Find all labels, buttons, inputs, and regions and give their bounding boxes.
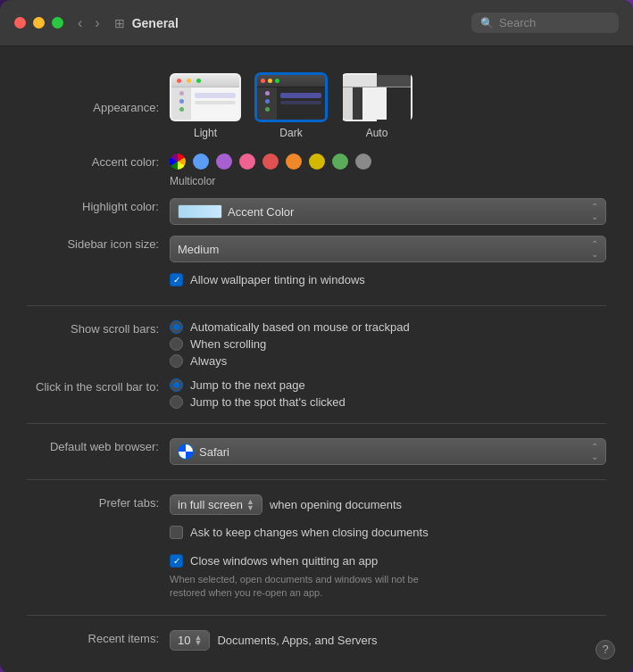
close-windows-checkbox-box: ✓ [170, 554, 183, 568]
dark-thumb-bar [257, 75, 325, 87]
zoom-button[interactable] [52, 17, 63, 29]
ask-keep-checkbox-box [170, 526, 183, 539]
show-scroll-bars-label: Show scroll bars: [27, 320, 170, 336]
separator-2 [27, 423, 606, 424]
highlight-color-row: Highlight color: Accent Color ⌃⌄ [0, 193, 633, 230]
prefer-tabs-dropdown[interactable]: in full screen ▲ ▼ [170, 494, 262, 515]
highlight-color-control: Accent Color ⌃⌄ [170, 198, 606, 225]
sidebar-size-dropdown[interactable]: Medium ⌃⌄ [170, 236, 606, 262]
accent-yellow[interactable] [309, 153, 325, 170]
highlight-color-value: Accent Color [228, 205, 586, 219]
ask-keep-checkbox[interactable]: Ask to keep changes when closing documen… [170, 526, 606, 539]
recent-items-label: Recent items: [27, 630, 170, 645]
prefer-tabs-label: Prefer tabs: [27, 494, 170, 510]
safari-icon [178, 444, 194, 460]
scroll-always-option[interactable]: Always [170, 354, 606, 368]
browser-value: Safari [199, 445, 586, 459]
scroll-scrolling-radio [170, 337, 183, 351]
red-dot [261, 79, 265, 83]
click-spot-option[interactable]: Jump to the spot that's clicked [170, 395, 606, 409]
red-dot [177, 79, 181, 83]
sidebar-icon-size-label: Sidebar icon size: [27, 236, 170, 251]
wallpaper-checkbox[interactable]: ✓ Allow wallpaper tinting in windows [170, 273, 606, 286]
wallpaper-checkbox-label: Allow wallpaper tinting in windows [190, 273, 365, 286]
accent-purple[interactable] [216, 153, 232, 170]
light-thumb-bar [171, 75, 239, 87]
recent-items-inline: 10 ▲ ▼ Documents, Apps, and Servers [170, 630, 606, 651]
close-checkmark: ✓ [173, 557, 180, 566]
search-bar[interactable]: 🔍 [471, 12, 619, 33]
appearance-light[interactable]: Light [170, 73, 241, 139]
wallpaper-checkbox-box: ✓ [170, 273, 183, 286]
ask-keep-label: Ask to keep changes when closing documen… [190, 526, 429, 539]
scroll-scrolling-option[interactable]: When scrolling [170, 337, 606, 351]
recent-items-row: Recent items: 10 ▲ ▼ Documents, Apps, an… [0, 625, 633, 656]
accent-color-label: Accent color: [27, 153, 170, 169]
green-dot [275, 79, 279, 83]
default-browser-control: Safari ⌃⌄ [170, 438, 606, 465]
accent-pink[interactable] [239, 153, 255, 170]
sidebar-icon-size-control: Medium ⌃⌄ [170, 236, 606, 262]
minimize-button[interactable] [33, 17, 45, 29]
nav-buttons: ‹ › [74, 14, 104, 32]
accent-green[interactable] [332, 153, 348, 170]
click-next-page-label: Jump to the next page [190, 378, 305, 392]
accent-red[interactable] [262, 153, 279, 170]
dark-sidebar [257, 87, 277, 120]
search-input[interactable] [499, 16, 610, 29]
separator-4 [27, 615, 606, 616]
ask-keep-changes-row: Ask to keep changes when closing documen… [0, 520, 633, 549]
scroll-auto-option[interactable]: Automatically based on mouse or trackpad [170, 320, 606, 334]
appearance-auto[interactable]: Auto [341, 73, 412, 139]
highlight-color-dropdown[interactable]: Accent Color ⌃⌄ [170, 198, 606, 225]
light-thumb-colors [171, 75, 239, 87]
scroll-always-label: Always [190, 354, 227, 368]
dark-content [277, 87, 325, 120]
click-next-page-radio [170, 378, 183, 392]
highlight-swatch [178, 204, 222, 219]
accent-multicolor[interactable] [170, 153, 186, 170]
click-next-page-option[interactable]: Jump to the next page [170, 378, 606, 392]
check-mark: ✓ [173, 276, 180, 285]
help-button[interactable]: ? [596, 640, 615, 660]
light-content [191, 87, 239, 120]
accent-blue[interactable] [193, 153, 209, 170]
close-button[interactable] [14, 17, 26, 29]
preferences-window: ‹ › ⊞ General 🔍 Appearance: [0, 0, 633, 672]
accent-selected-label: Multicolor [170, 175, 606, 187]
sidebar-size-arrow: ⌃⌄ [591, 239, 598, 259]
recent-items-suffix: Documents, Apps, and Servers [217, 634, 377, 647]
light-thumb [170, 73, 241, 121]
forward-button[interactable]: › [91, 14, 103, 32]
separator-3 [27, 479, 606, 480]
content-area: Appearance: [0, 46, 633, 672]
scroll-auto-label: Automatically based on mouse or trackpad [190, 320, 410, 334]
back-button[interactable]: ‹ [74, 14, 86, 32]
scroll-scrolling-label: When scrolling [190, 337, 266, 351]
appearance-row: Appearance: [0, 64, 633, 148]
default-browser-label: Default web browser: [27, 438, 170, 453]
appearance-dark[interactable]: Dark [255, 73, 327, 139]
click-scroll-label: Click in the scroll bar to: [27, 378, 170, 394]
click-scroll-control: Jump to the next page Jump to the spot t… [170, 378, 606, 409]
yellow-dot [187, 79, 191, 83]
browser-dropdown[interactable]: Safari ⌃⌄ [170, 438, 606, 465]
prefer-tabs-control: in full screen ▲ ▼ when opening document… [170, 494, 606, 515]
titlebar: ‹ › ⊞ General 🔍 [0, 0, 633, 46]
show-scroll-bars-control: Automatically based on mouse or trackpad… [170, 320, 606, 368]
accent-orange[interactable] [286, 153, 302, 170]
accent-graphite[interactable] [355, 153, 371, 170]
yellow-dot [268, 79, 272, 83]
accent-color-row: Accent color: Multicolor [0, 148, 633, 193]
accent-color-control: Multicolor [170, 153, 606, 187]
close-windows-checkbox[interactable]: ✓ Close windows when quitting an app [170, 554, 606, 568]
close-windows-label: Close windows when quitting an app [190, 554, 378, 568]
auto-label: Auto [366, 127, 388, 139]
close-windows-row: ✓ Close windows when quitting an app Whe… [0, 549, 633, 606]
preferences-content: Appearance: [0, 46, 633, 672]
tabs-arrows: ▲ ▼ [246, 499, 254, 510]
recent-items-dropdown[interactable]: 10 ▲ ▼ [170, 630, 210, 651]
accent-dots [170, 153, 606, 170]
close-windows-subtext: When selected, open documents and window… [170, 573, 455, 601]
recent-items-control: 10 ▲ ▼ Documents, Apps, and Servers [170, 630, 606, 651]
